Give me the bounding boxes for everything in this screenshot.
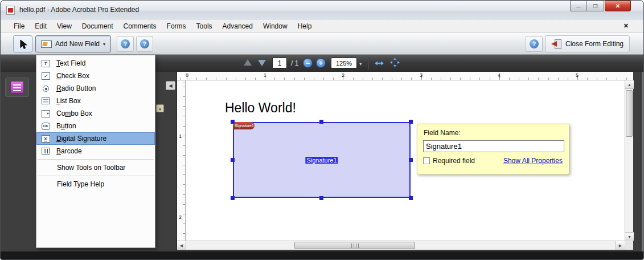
help-icon: ? [140, 39, 149, 48]
menu-item-barcode[interactable]: Barcode [36, 145, 155, 157]
signature-form-field[interactable]: Signature1 Signature1 [233, 122, 411, 198]
resize-handle[interactable] [409, 196, 413, 200]
zoom-out-button[interactable]: − [303, 58, 313, 68]
fields-panel-icon [10, 81, 24, 94]
sort-by-dropdown[interactable]: ▾ [156, 104, 164, 112]
close-form-editing-button[interactable]: Close Form Editing [545, 35, 630, 52]
scrollbar-grip-icon [351, 243, 359, 248]
menu-item-text-field[interactable]: T Text Field [36, 57, 155, 70]
scroll-down-icon[interactable]: ▼ [625, 232, 634, 241]
previous-page-icon[interactable] [244, 59, 252, 66]
show-all-properties-link[interactable]: Show All Properties [503, 157, 563, 165]
menu-edit[interactable]: Edit [30, 21, 52, 32]
chevron-down-icon: ▾ [103, 42, 105, 47]
list-box-icon [40, 96, 51, 105]
collapse-panel-button[interactable]: ◀ [166, 81, 175, 90]
scroll-right-icon[interactable]: ▶ [616, 241, 625, 250]
ruler-number: 2 [179, 214, 182, 220]
menu-help[interactable]: Help [293, 21, 317, 32]
resize-handle[interactable] [231, 158, 235, 162]
button-field-icon: OK [40, 121, 51, 131]
menu-item-show-tools-on-toolbar[interactable]: Show Tools on Toolbar [36, 161, 155, 174]
menu-document[interactable]: Document [77, 21, 118, 32]
menubar: File Edit View Document Comments Forms T… [1, 20, 643, 33]
add-new-field-menu: T Text Field ✓ Check Box Radio Button Li… [36, 55, 155, 248]
select-object-tool-button[interactable] [13, 35, 32, 52]
field-name-input[interactable] [423, 140, 564, 152]
fit-width-icon[interactable] [374, 59, 385, 70]
help-tool-button-1[interactable]: ? [117, 36, 134, 52]
field-name-selected-text: Signature1 [305, 157, 338, 164]
close-icon: ✕ [616, 3, 620, 9]
resize-handle[interactable] [231, 120, 235, 124]
scroll-up-icon[interactable]: ▲ [625, 80, 634, 89]
help-button-right[interactable]: ? [526, 36, 543, 52]
add-field-icon [41, 40, 52, 48]
menu-separator [38, 176, 154, 176]
ruler-number: 1 [179, 133, 182, 139]
next-page-icon[interactable] [258, 60, 266, 66]
scroll-left-icon[interactable]: ◀ [177, 241, 186, 250]
field-name-popup: Field Name: Required field Show All Prop… [417, 124, 569, 174]
menu-item-button[interactable]: OK Button [36, 120, 155, 132]
horizontal-scrollbar-thumb[interactable] [294, 242, 415, 249]
ruler-number: 1 [264, 72, 266, 78]
ruler-number: 2 [342, 72, 344, 78]
acrobat-window: hello.pdf - Adobe Acrobat Pro Extended —… [0, 0, 644, 260]
menu-forms[interactable]: Forms [162, 21, 191, 32]
check-box-icon: ✓ [40, 71, 51, 80]
page-text-hello-world: Hello World! [225, 100, 296, 116]
ruler-number: 0 [186, 72, 188, 78]
zoom-dropdown-icon[interactable]: ▾ [359, 61, 362, 67]
resize-handle[interactable] [409, 120, 413, 124]
radio-button-icon [40, 84, 51, 93]
vertical-scrollbar-thumb[interactable] [626, 90, 633, 137]
field-name-tag: Signature1 [233, 122, 255, 129]
resize-handle[interactable] [319, 196, 323, 200]
menu-item-digital-signature[interactable]: X Digital Signature [36, 132, 155, 145]
menu-view[interactable]: View [52, 21, 77, 32]
ruler-number: 3 [420, 72, 423, 78]
horizontal-ruler: 0 1 2 3 4 5 [177, 72, 633, 80]
menubar-close-icon[interactable]: ✕ [624, 22, 629, 30]
menu-item-list-box[interactable]: List Box [36, 95, 155, 107]
vertical-ruler: 1 2 [177, 80, 186, 241]
menu-window[interactable]: Window [258, 21, 293, 32]
zoom-in-button[interactable]: + [316, 58, 326, 68]
fields-panel-button[interactable] [5, 78, 29, 97]
resize-handle[interactable] [319, 120, 323, 124]
help-tool-button-2[interactable]: ? [136, 36, 153, 52]
scrollbar-corner [625, 241, 633, 250]
menu-item-combo-box[interactable]: ▾ Combo Box [36, 107, 155, 120]
cursor-arrow-icon [19, 39, 27, 49]
maximize-button[interactable]: ❐ [587, 1, 604, 11]
ruler-number: 4 [498, 72, 501, 78]
close-form-editing-label: Close Form Editing [565, 40, 624, 48]
fit-page-icon[interactable] [389, 57, 400, 70]
menu-item-radio-button[interactable]: Radio Button [36, 82, 155, 95]
menu-separator [38, 159, 154, 160]
horizontal-scrollbar[interactable]: ◀ ▶ [177, 241, 625, 250]
page-number-input[interactable]: 1 [272, 58, 287, 68]
vertical-scrollbar[interactable]: ▲ ▼ [625, 80, 633, 241]
menu-item-check-box[interactable]: ✓ Check Box [36, 70, 155, 82]
close-button[interactable]: ✕ [605, 1, 631, 11]
resize-handle[interactable] [409, 158, 413, 162]
toolbar-separator [368, 57, 368, 70]
menu-tools[interactable]: Tools [191, 21, 218, 32]
close-form-editing-icon [551, 39, 561, 48]
statusbar [1, 251, 643, 260]
zoom-level-input[interactable]: 125% [331, 58, 357, 68]
required-field-checkbox[interactable] [423, 157, 430, 164]
minimize-button[interactable]: — [570, 1, 587, 11]
menu-item-field-type-help[interactable]: Field Type Help [36, 178, 155, 190]
resize-handle[interactable] [231, 196, 235, 200]
pdf-app-icon [6, 6, 15, 15]
menu-advanced[interactable]: Advanced [218, 21, 258, 32]
add-new-field-button[interactable]: Add New Field ▾ [35, 35, 111, 52]
required-field-label: Required field [433, 157, 475, 165]
text-field-icon: T [40, 59, 51, 68]
menu-comments[interactable]: Comments [118, 21, 162, 32]
menu-file[interactable]: File [9, 21, 30, 32]
ruler-number: 5 [576, 72, 579, 78]
